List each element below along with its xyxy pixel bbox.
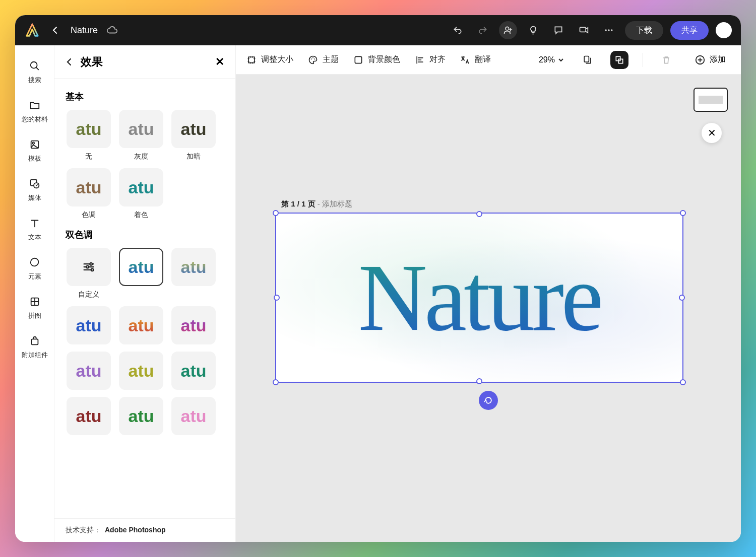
translate-button[interactable]: 翻译 bbox=[460, 54, 491, 65]
resize-handle-bl[interactable] bbox=[273, 379, 279, 385]
svg-point-12 bbox=[90, 263, 92, 265]
invite-user-button[interactable] bbox=[499, 21, 517, 39]
resize-handle-mr[interactable] bbox=[679, 295, 685, 301]
effect-duotone-1[interactable]: atu bbox=[118, 248, 164, 299]
rail-your-stuff[interactable]: 您的材料 bbox=[19, 94, 51, 129]
resize-handle-tr[interactable] bbox=[680, 210, 686, 216]
svg-rect-1 bbox=[580, 27, 586, 32]
effect-duotone-3[interactable]: atu bbox=[66, 306, 112, 344]
rail-templates[interactable]: 模板 bbox=[19, 133, 51, 168]
effects-panel-footer: 技术支持：Adobe Photoshop bbox=[54, 518, 235, 542]
rail-label: 文本 bbox=[28, 233, 41, 242]
svg-rect-15 bbox=[248, 57, 255, 63]
add-button[interactable]: 添加 bbox=[689, 51, 731, 68]
back-button[interactable] bbox=[47, 22, 64, 38]
topbar: Nature 下载 共享 bbox=[15, 15, 741, 45]
download-button[interactable]: 下载 bbox=[625, 21, 663, 40]
effect-duotone-5[interactable]: atu bbox=[170, 306, 217, 344]
cloud-sync-icon[interactable] bbox=[107, 25, 118, 36]
effects-panel: 效果 ✕ 基本 atu无 atu灰度 atu加暗 atu色调 atu着色 双色调… bbox=[54, 45, 236, 542]
rail-label: 搜索 bbox=[28, 76, 41, 85]
svg-point-2 bbox=[605, 29, 607, 31]
redo-button[interactable] bbox=[474, 21, 492, 39]
zoom-select[interactable]: 29% bbox=[539, 55, 564, 64]
rail-addons[interactable]: 附加组件 bbox=[19, 329, 51, 365]
document-title[interactable]: Nature bbox=[71, 25, 98, 36]
effect-hue[interactable]: atu色调 bbox=[66, 168, 112, 220]
resize-handle-bm[interactable] bbox=[476, 378, 482, 384]
panel-close-button[interactable]: ✕ bbox=[215, 55, 224, 68]
basic-effects-grid: atu无 atu灰度 atu加暗 atu色调 atu着色 bbox=[66, 110, 224, 220]
pages-view-button[interactable] bbox=[578, 51, 596, 69]
artboard-selection[interactable]: Nature bbox=[275, 213, 683, 383]
page-thumbnail[interactable] bbox=[694, 88, 728, 112]
main-area: 搜索 您的材料 模板 媒体 文本 元素 bbox=[15, 45, 741, 542]
svg-rect-19 bbox=[355, 56, 361, 63]
rail-label: 媒体 bbox=[28, 193, 41, 202]
translate-icon bbox=[460, 54, 471, 65]
svg-point-7 bbox=[32, 142, 34, 144]
plus-circle-icon bbox=[695, 54, 706, 65]
effect-none[interactable]: atu无 bbox=[66, 110, 112, 161]
effect-duotone-2[interactable]: atu bbox=[170, 248, 217, 299]
canvas-toolbar: 调整大小 主题 背景颜色 对齐 翻译 29% 添加 bbox=[236, 45, 741, 75]
page-label[interactable]: 第 1 / 1 页 - 添加标题 bbox=[281, 199, 352, 209]
undo-button[interactable] bbox=[449, 21, 467, 39]
resize-handle-tl[interactable] bbox=[273, 210, 279, 216]
close-thumbnail-button[interactable]: ✕ bbox=[702, 123, 722, 143]
svg-point-13 bbox=[86, 266, 89, 268]
rail-label: 您的材料 bbox=[22, 115, 48, 124]
bgcolor-button[interactable]: 背景颜色 bbox=[353, 54, 400, 65]
rail-text[interactable]: 文本 bbox=[19, 212, 51, 247]
resize-handle-br[interactable] bbox=[680, 379, 686, 385]
theme-button[interactable]: 主题 bbox=[307, 54, 339, 65]
effect-tint[interactable]: atu着色 bbox=[118, 168, 164, 220]
effect-duotone-11[interactable]: atu bbox=[170, 397, 217, 435]
effect-darken[interactable]: atu加暗 bbox=[170, 110, 217, 161]
duotone-effects-grid: 自定义 atu atu atu atu atu atu atu atu atu … bbox=[66, 248, 224, 435]
left-rail: 搜索 您的材料 模板 媒体 文本 元素 bbox=[15, 45, 54, 542]
canvas-stage[interactable]: ✕ 第 1 / 1 页 - 添加标题 Nature bbox=[236, 75, 741, 542]
svg-point-17 bbox=[312, 57, 313, 58]
more-icon[interactable] bbox=[600, 21, 618, 39]
rail-grids[interactable]: 拼图 bbox=[19, 290, 51, 325]
section-title-basic: 基本 bbox=[66, 91, 224, 103]
rail-search[interactable]: 搜索 bbox=[19, 54, 51, 90]
shapes-icon bbox=[28, 256, 41, 269]
templates-icon bbox=[28, 138, 41, 151]
align-button[interactable]: 对齐 bbox=[414, 54, 446, 65]
align-icon bbox=[414, 54, 425, 65]
addon-icon bbox=[28, 334, 41, 347]
rail-media[interactable]: 媒体 bbox=[19, 172, 51, 207]
rail-elements[interactable]: 元素 bbox=[19, 251, 51, 286]
regenerate-button[interactable] bbox=[479, 391, 498, 410]
resize-button[interactable]: 调整大小 bbox=[246, 54, 293, 65]
effects-panel-body[interactable]: 基本 atu无 atu灰度 atu加暗 atu色调 atu着色 双色调 自定义 … bbox=[54, 79, 235, 518]
section-title-duotone: 双色调 bbox=[66, 229, 224, 241]
effect-duotone-9[interactable]: atu bbox=[66, 397, 112, 435]
effect-custom[interactable]: 自定义 bbox=[66, 248, 112, 299]
palette-icon bbox=[307, 54, 319, 65]
effect-duotone-10[interactable]: atu bbox=[118, 397, 164, 435]
panel-title: 效果 bbox=[81, 54, 208, 69]
effect-duotone-7[interactable]: atu bbox=[118, 352, 164, 390]
share-button[interactable]: 共享 bbox=[670, 21, 709, 40]
layers-view-button[interactable] bbox=[610, 51, 628, 69]
effect-duotone-8[interactable]: atu bbox=[170, 352, 217, 390]
delete-button[interactable] bbox=[657, 51, 675, 69]
resize-icon bbox=[246, 54, 257, 65]
comment-icon[interactable] bbox=[549, 21, 568, 39]
panel-back-button[interactable] bbox=[66, 58, 74, 66]
sliders-icon bbox=[82, 260, 96, 274]
resize-handle-tm[interactable] bbox=[476, 211, 482, 217]
resize-handle-ml[interactable] bbox=[274, 295, 280, 301]
effect-duotone-6[interactable]: atu bbox=[66, 352, 112, 390]
effect-grayscale[interactable]: atu灰度 bbox=[118, 110, 164, 161]
present-icon[interactable] bbox=[575, 21, 593, 39]
app-logo[interactable] bbox=[24, 22, 40, 38]
effect-duotone-4[interactable]: atu bbox=[118, 306, 164, 344]
svg-point-18 bbox=[314, 58, 315, 59]
rail-label: 附加组件 bbox=[22, 351, 48, 360]
user-avatar[interactable] bbox=[716, 22, 732, 38]
hint-icon[interactable] bbox=[524, 21, 542, 39]
